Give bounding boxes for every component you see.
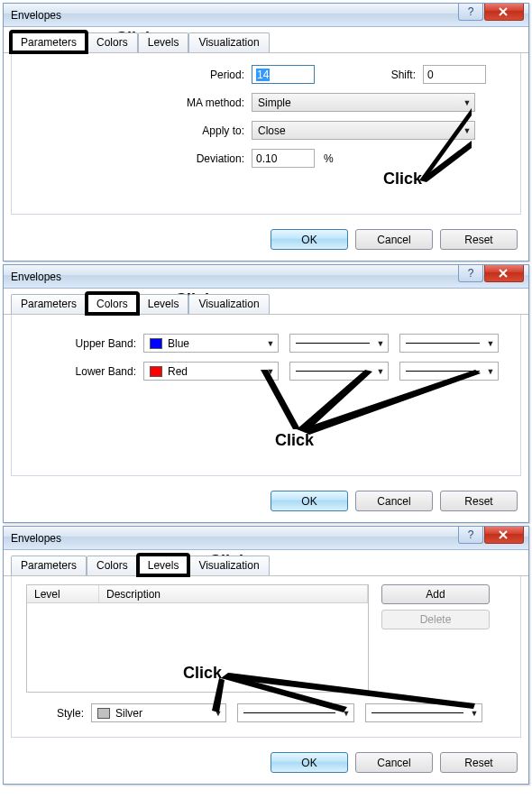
reset-button[interactable]: Reset [440,229,518,250]
chevron-down-icon: ▼ [460,126,474,135]
upper-band-width-combo[interactable]: ▼ [399,334,499,353]
tab-content-levels: Level Description Add Delete Style: Silv… [11,575,521,738]
period-label: Period: [26,69,252,81]
ok-button[interactable]: OK [271,491,348,511]
dialog-button-row: OK Cancel Reset [4,222,528,261]
upper-band-style-combo[interactable]: ▼ [289,334,389,353]
tab-row: Parameters Colors Levels Visualization [4,289,528,315]
chevron-down-icon: ▼ [263,367,278,376]
dialog-title: Envelopes [11,532,61,545]
chevron-down-icon: ▼ [483,339,498,348]
tab-parameters[interactable]: Parameters [11,32,87,52]
chevron-down-icon: ▼ [467,709,482,718]
deviation-label: Deviation: [26,152,252,165]
apply-to-label: Apply to: [26,124,252,137]
upper-band-label: Upper Band: [26,337,143,350]
lower-band-width-combo[interactable]: ▼ [399,362,499,381]
cancel-button[interactable]: Cancel [355,752,433,773]
ok-button[interactable]: OK [271,229,348,250]
apply-to-combo[interactable]: Close ▼ [252,121,475,140]
chevron-down-icon: ▼ [339,709,353,718]
color-swatch [97,708,110,719]
chevron-down-icon: ▼ [211,709,225,718]
help-button[interactable]: ? [458,4,483,21]
deviation-unit: % [324,152,334,165]
tab-row: Parameters Colors Levels Visualization [4,27,528,53]
style-label: Style: [26,707,91,720]
levels-listbox[interactable]: Level Description [26,584,369,693]
dialog-title: Envelopes [11,9,61,22]
tab-visualization[interactable]: Visualization [188,556,269,575]
color-swatch [150,366,162,377]
ma-method-label: MA method: [26,96,252,109]
tab-content-colors: Upper Band: Blue ▼ ▼ ▼ Lower Band: Red ▼… [11,314,521,476]
close-icon [499,530,509,539]
tab-parameters[interactable]: Parameters [11,294,87,314]
dialog-button-row: OK Cancel Reset [4,483,528,522]
tab-colors[interactable]: Colors [87,556,138,575]
close-icon [499,269,509,278]
levels-list-header: Level Description [27,585,368,603]
deviation-field[interactable] [252,149,315,168]
style-color-combo[interactable]: Silver ▼ [91,703,226,722]
reset-button[interactable]: Reset [440,752,518,773]
delete-button: Delete [381,610,490,629]
envelopes-levels-dialog: Envelopes ? Click Click Parameters Color… [3,526,529,785]
chevron-down-icon: ▼ [483,367,498,376]
lower-band-color-combo[interactable]: Red ▼ [143,362,279,381]
close-icon [499,7,509,16]
help-button[interactable]: ? [458,527,483,544]
lower-band-style-combo[interactable]: ▼ [289,362,389,381]
chevron-down-icon: ▼ [373,339,388,348]
tab-levels[interactable]: Levels [138,294,189,314]
tab-levels[interactable]: Levels [138,555,189,575]
add-button[interactable]: Add [381,584,490,604]
tab-visualization[interactable]: Visualization [188,32,269,52]
tab-levels[interactable]: Levels [138,32,189,52]
click-annotation: Click [275,431,314,450]
tab-row: Parameters Colors Levels Visualization [4,550,528,576]
chevron-down-icon: ▼ [460,98,474,107]
dialog-title: Envelopes [11,271,61,283]
titlebar[interactable]: Envelopes ? [4,527,528,550]
dialog-button-row: OK Cancel Reset [4,745,528,784]
ok-button[interactable]: OK [271,752,348,773]
envelopes-colors-dialog: Envelopes ? Click Parameters Colors Leve… [3,264,529,523]
svg-marker-0 [419,108,472,180]
titlebar[interactable]: Envelopes ? [4,265,528,289]
help-button[interactable]: ? [458,265,483,282]
style-line-combo[interactable]: ▼ [237,703,354,722]
chevron-down-icon: ▼ [263,339,278,348]
lower-band-label: Lower Band: [26,365,143,378]
style-width-combo[interactable]: ▼ [365,703,482,722]
click-annotation: Click [383,170,422,188]
upper-band-color-combo[interactable]: Blue ▼ [143,334,279,353]
close-button[interactable] [484,527,524,544]
chevron-down-icon: ▼ [373,367,388,376]
tab-parameters[interactable]: Parameters [11,556,87,575]
close-button[interactable] [484,265,524,282]
ma-method-combo[interactable]: Simple ▼ [252,93,475,112]
tab-colors[interactable]: Colors [87,293,138,314]
titlebar[interactable]: Envelopes ? [4,4,528,27]
color-swatch [150,338,162,349]
reset-button[interactable]: Reset [440,491,518,511]
close-button[interactable] [484,4,524,21]
cancel-button[interactable]: Cancel [355,491,433,511]
tab-colors[interactable]: Colors [87,32,138,52]
tab-visualization[interactable]: Visualization [188,294,269,314]
cancel-button[interactable]: Cancel [355,229,433,250]
tab-content-parameters: Period: 14 Shift: MA method: Simple ▼ Ap… [11,52,521,215]
shift-label: Shift: [369,69,423,81]
envelopes-parameters-dialog: Envelopes ? Click Parameters Colors Leve… [3,3,529,262]
levels-side-buttons: Add Delete [381,584,490,693]
col-level[interactable]: Level [27,585,99,602]
period-field[interactable]: 14 [252,65,315,84]
col-description[interactable]: Description [99,585,368,602]
shift-field[interactable] [423,65,486,84]
